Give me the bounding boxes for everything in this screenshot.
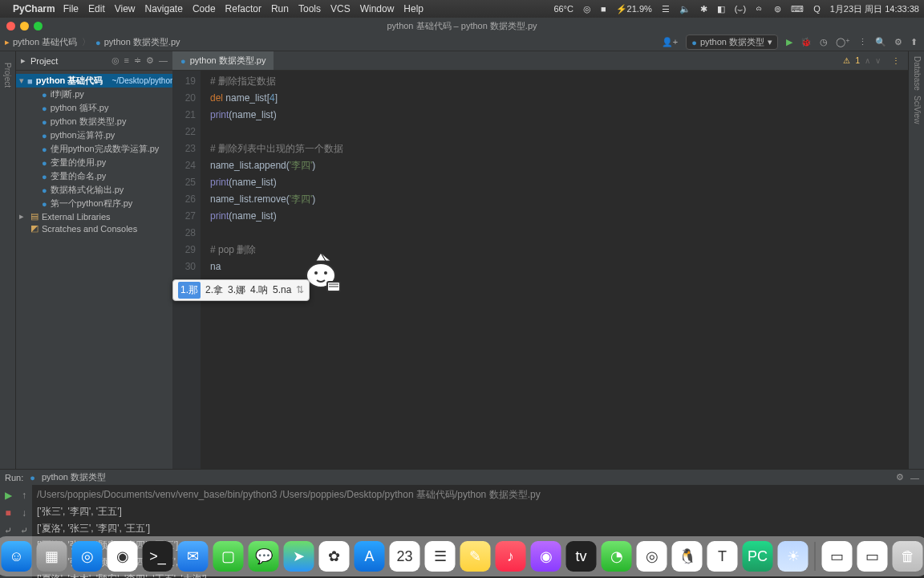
- menubar-item[interactable]: ⚡21.9%: [616, 4, 652, 14]
- down-icon[interactable]: ↓: [22, 507, 26, 519]
- breadcrumb-root[interactable]: ▸ python 基础代码: [0, 36, 82, 48]
- menu-window[interactable]: Window: [360, 3, 395, 14]
- dock-qqbrowser[interactable]: ◎: [637, 541, 667, 572]
- dock-reminders[interactable]: ☰: [425, 541, 456, 572]
- project-tree[interactable]: ▾ ■ python 基础代码 ~/Desktop/python 基… ●if判…: [16, 71, 172, 469]
- menu-run[interactable]: Run: [271, 3, 289, 14]
- menubar-item[interactable]: 1月23日 周日 14:33:38: [830, 3, 919, 15]
- menu-navigate[interactable]: Navigate: [145, 3, 183, 14]
- dock-photos[interactable]: ✿: [319, 541, 350, 572]
- menubar-item[interactable]: 66°C: [553, 4, 573, 14]
- menubar-item[interactable]: ⌨: [791, 4, 804, 14]
- wrap-icon[interactable]: ⤶: [20, 525, 28, 536]
- tree-file[interactable]: ●第一个python程序.py: [16, 197, 172, 210]
- close-icon[interactable]: [6, 22, 15, 31]
- tree-file[interactable]: ●python运算符.py: [16, 128, 172, 142]
- collapse-icon[interactable]: ≑: [134, 55, 141, 66]
- profile-icon[interactable]: ◯⁺: [836, 37, 850, 47]
- ime-candidates[interactable]: 1.那2.拿3.娜4.呐5.na⇅: [172, 279, 310, 301]
- dock-calendar[interactable]: 23: [390, 541, 420, 572]
- menu-vcs[interactable]: VCS: [330, 3, 351, 14]
- tree-file[interactable]: ●使用python完成数学运算.py: [16, 142, 172, 156]
- database-tab[interactable]: Database: [912, 56, 922, 91]
- dock-qq[interactable]: 🐧: [672, 541, 703, 572]
- zoom-icon[interactable]: [34, 22, 43, 31]
- dock-chrome[interactable]: ◉: [107, 541, 138, 572]
- more-icon[interactable]: ⋮: [892, 56, 900, 65]
- dock-pages[interactable]: ▭: [822, 541, 853, 572]
- gear-icon[interactable]: ⚙: [894, 37, 902, 47]
- tree-file[interactable]: ●变量的使用.py: [16, 156, 172, 169]
- menubar-item[interactable]: ◧: [717, 4, 725, 14]
- menubar-item[interactable]: 🔈: [679, 4, 691, 14]
- menubar-item[interactable]: ◎: [583, 4, 591, 14]
- menu-view[interactable]: View: [115, 3, 136, 14]
- editor-tab[interactable]: ● python 数据类型.py: [172, 51, 274, 70]
- tree-file[interactable]: ●变量的命名.py: [16, 169, 172, 183]
- stop-icon[interactable]: ■: [5, 507, 10, 519]
- dock-finder[interactable]: ☺: [2, 541, 32, 572]
- dock-notes[interactable]: ✎: [460, 541, 491, 572]
- tree-file[interactable]: ●if判断.py: [16, 88, 172, 101]
- add-user-icon[interactable]: 👤+: [662, 37, 678, 47]
- dock-numbers[interactable]: ▭: [857, 541, 888, 572]
- dock-launchpad[interactable]: ▦: [37, 541, 67, 572]
- menubar-item[interactable]: ✱: [700, 4, 707, 14]
- dock-podcasts[interactable]: ◉: [531, 541, 561, 572]
- dock-appstore[interactable]: A: [355, 541, 385, 572]
- menu-code[interactable]: Code: [192, 3, 216, 14]
- search-icon[interactable]: 🔍: [875, 37, 886, 47]
- up-icon[interactable]: ↑: [22, 490, 26, 501]
- sciview-tab[interactable]: SciView: [912, 96, 922, 124]
- menubar-item[interactable]: (⌣): [735, 4, 746, 14]
- debug-icon[interactable]: 🐞: [800, 37, 812, 47]
- project-root[interactable]: ▾ ■ python 基础代码 ~/Desktop/python 基…: [16, 74, 172, 88]
- dock-typora[interactable]: T: [707, 541, 738, 572]
- dock-wechat[interactable]: ◔: [602, 541, 632, 572]
- dock-maps[interactable]: ➤: [284, 541, 314, 572]
- external-libraries[interactable]: ▸▤ External Libraries: [16, 210, 172, 222]
- editor[interactable]: 192021222324252627282930 # 删除指定数据del nam…: [172, 71, 908, 469]
- inspections[interactable]: ⚠1 ∧∨ ⋮: [843, 56, 908, 65]
- run-icon[interactable]: ▶: [786, 37, 792, 47]
- rerun-icon[interactable]: ▶: [5, 490, 12, 501]
- menubar-item[interactable]: Q: [813, 4, 821, 14]
- gear-icon[interactable]: ⚙: [896, 472, 904, 482]
- app-name[interactable]: PyCharm: [13, 3, 55, 14]
- minimize-icon[interactable]: [20, 22, 29, 31]
- project-tab[interactable]: Project: [3, 63, 12, 88]
- menu-edit[interactable]: Edit: [88, 3, 105, 14]
- hide-icon[interactable]: —: [910, 473, 919, 482]
- code-area[interactable]: # 删除指定数据del name_list[4]print(name_list)…: [201, 71, 908, 469]
- dock-facetime[interactable]: ▢: [213, 541, 244, 572]
- menu-help[interactable]: Help: [403, 3, 424, 14]
- gear-icon[interactable]: ⚙: [146, 55, 154, 66]
- menubar-item[interactable]: ☰: [662, 4, 670, 14]
- scratches[interactable]: ◩ Scratches and Consoles: [16, 222, 172, 234]
- dock-safari[interactable]: ◎: [72, 541, 103, 572]
- flatten-icon[interactable]: ≡: [124, 55, 129, 66]
- exit-icon[interactable]: ⤶: [4, 525, 12, 536]
- dock-music[interactable]: ♪: [496, 541, 526, 572]
- dock-weather[interactable]: ☀: [778, 541, 808, 572]
- dock-messages[interactable]: 💬: [249, 541, 279, 572]
- run-config-selector[interactable]: ● python 数据类型 ▾: [686, 35, 778, 50]
- ide-update-icon[interactable]: ⬆: [910, 37, 918, 47]
- traffic-lights[interactable]: [6, 22, 43, 31]
- more-icon[interactable]: ⋮: [858, 37, 867, 47]
- tree-file[interactable]: ●python 循环.py: [16, 101, 172, 115]
- dock-terminal[interactable]: >_: [143, 541, 173, 572]
- menubar-item[interactable]: ⊚: [774, 4, 781, 14]
- menubar-item[interactable]: ᯅ: [756, 4, 764, 14]
- dock-pycharm[interactable]: PC: [743, 541, 773, 572]
- menu-refactor[interactable]: Refactor: [225, 3, 261, 14]
- tree-file[interactable]: ●python 数据类型.py: [16, 115, 172, 128]
- dock-mail[interactable]: ✉: [178, 541, 209, 572]
- menu-file[interactable]: File: [63, 3, 79, 14]
- menubar-item[interactable]: ■: [601, 4, 606, 14]
- menu-tools[interactable]: Tools: [298, 3, 321, 14]
- breadcrumb-file[interactable]: ● python 数据类型.py: [91, 36, 184, 48]
- tree-file[interactable]: ●数据格式化输出.py: [16, 183, 172, 197]
- coverage-icon[interactable]: ◷: [820, 37, 828, 47]
- hide-icon[interactable]: —: [159, 55, 168, 66]
